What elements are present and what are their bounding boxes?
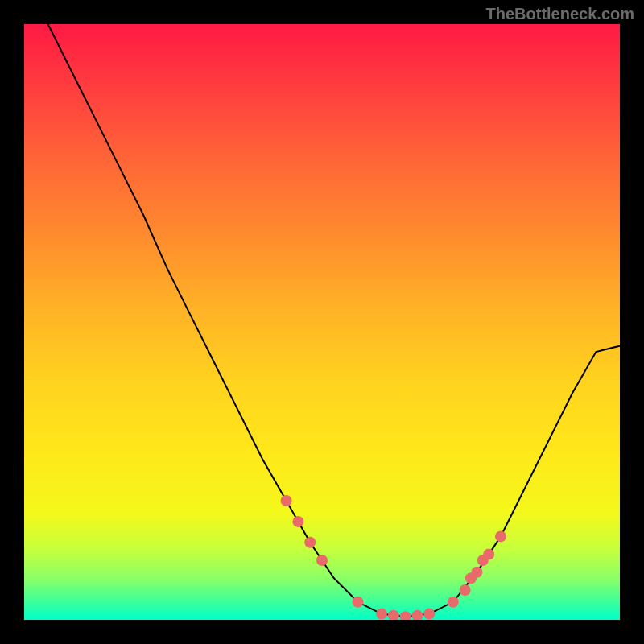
data-marker xyxy=(411,610,423,620)
data-marker xyxy=(400,611,411,620)
data-marker xyxy=(292,516,303,527)
attribution-text: TheBottleneck.com xyxy=(486,5,634,23)
data-marker xyxy=(495,530,506,542)
data-marker xyxy=(448,597,459,608)
data-marker xyxy=(304,537,316,548)
data-marker xyxy=(483,549,494,560)
data-marker xyxy=(423,609,435,620)
data-marker xyxy=(281,495,292,506)
chart-svg xyxy=(24,24,620,620)
marker-group xyxy=(281,495,506,620)
bottleneck-curve xyxy=(48,24,620,617)
chart-plot-area xyxy=(24,24,620,620)
data-marker xyxy=(376,609,387,620)
data-marker xyxy=(471,567,482,578)
data-marker xyxy=(352,597,363,608)
data-marker xyxy=(316,555,328,566)
data-marker xyxy=(388,610,399,620)
data-marker xyxy=(460,584,471,596)
